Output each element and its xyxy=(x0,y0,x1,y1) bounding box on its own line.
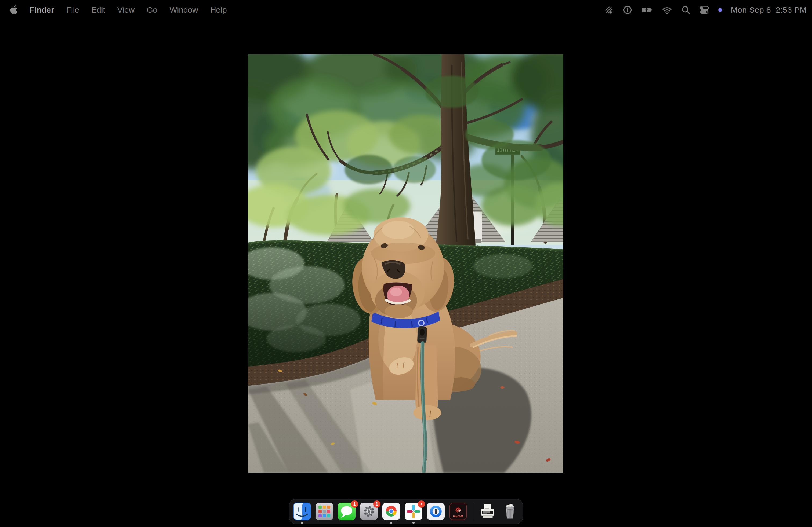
control-center-icon[interactable] xyxy=(699,5,709,15)
dock-item-raycast[interactable]: raycast xyxy=(449,502,467,520)
running-indicator xyxy=(412,522,415,524)
menu-bar-status: Mon Sep 8 2:53 PM xyxy=(604,5,807,15)
menu-go[interactable]: Go xyxy=(147,5,157,15)
dock-item-finder[interactable] xyxy=(293,502,311,520)
notification-badge: • xyxy=(418,500,425,508)
chrome-icon xyxy=(382,502,400,520)
trash-full-icon xyxy=(501,502,519,520)
menu-bar-left: Finder File Edit View Go Window Help xyxy=(10,5,227,15)
raycast-icon: raycast xyxy=(449,502,467,520)
menu-bar: Finder File Edit View Go Window Help xyxy=(0,0,812,19)
battery-charging-icon[interactable] xyxy=(641,5,653,15)
raycast-menubar-icon[interactable] xyxy=(604,5,614,15)
printer-icon xyxy=(479,502,496,520)
spotlight-search-icon[interactable] xyxy=(681,5,691,15)
apple-menu[interactable] xyxy=(10,5,17,14)
dock-item-messages[interactable]: 1 xyxy=(338,502,356,520)
menu-file[interactable]: File xyxy=(66,5,79,15)
leash-clip xyxy=(417,326,427,344)
dock-item-trash[interactable] xyxy=(501,502,519,520)
dock-item-printer[interactable] xyxy=(479,502,496,520)
app-menu-finder[interactable]: Finder xyxy=(30,5,54,15)
menu-view[interactable]: View xyxy=(117,5,134,15)
desktop: Finder File Edit View Go Window Help xyxy=(0,0,812,527)
menu-edit[interactable]: Edit xyxy=(91,5,105,15)
notification-badge: 1 xyxy=(351,500,358,508)
onepassword-icon xyxy=(427,502,445,520)
finder-icon xyxy=(293,502,311,520)
onepassword-menubar-icon[interactable] xyxy=(622,5,633,15)
dock-item-system-settings[interactable]: 1 xyxy=(360,502,378,520)
photo-preview[interactable]: 10TH TER xyxy=(248,54,563,473)
launchpad-icon xyxy=(316,502,333,520)
apple-logo-icon xyxy=(10,5,17,14)
dock-item-chrome[interactable] xyxy=(382,502,400,520)
menubar-clock[interactable]: Mon Sep 8 2:53 PM xyxy=(731,5,807,15)
notification-badge: 1 xyxy=(373,500,380,508)
dock-item-launchpad[interactable] xyxy=(316,502,333,520)
raycast-wordmark: raycast xyxy=(453,514,463,517)
menu-window[interactable]: Window xyxy=(170,5,198,15)
wifi-icon[interactable] xyxy=(662,5,672,15)
dock: 1 1 xyxy=(289,499,523,524)
dock-divider xyxy=(473,503,473,520)
focus-indicator-dot xyxy=(718,8,722,12)
dock-item-1password[interactable] xyxy=(427,502,445,520)
dog-photo: 10TH TER xyxy=(248,54,563,473)
running-indicator xyxy=(301,522,303,524)
running-indicator xyxy=(390,522,392,524)
dock-item-slack[interactable]: • xyxy=(405,502,422,520)
dog-front-paw xyxy=(413,405,441,420)
menu-help[interactable]: Help xyxy=(210,5,227,15)
